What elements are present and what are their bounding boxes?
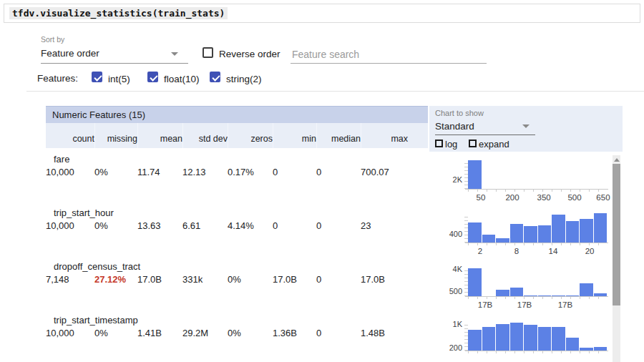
feature-search-input[interactable]: Feature search [291,45,487,64]
col-median: median [316,123,361,148]
feature-name: dropoff_census_tract [54,261,140,272]
x-axis-ticks [468,243,608,245]
cell-max: 23 [361,220,408,231]
histogram-bar [510,288,524,296]
feature-name: trip_start_hour [54,207,114,218]
filter-string-label[interactable]: string(2) [226,74,262,84]
filter-float-label[interactable]: float(10) [164,74,200,84]
sort-by-dropdown[interactable]: Feature order [41,45,188,64]
log-checkbox[interactable] [435,140,443,147]
cell-stddev: 29.2M [182,328,228,338]
features-label: Features: [37,73,78,84]
histogram-bar [580,219,593,243]
table-row-dropoff-census-tract: dropoff_census_tract 7,148 27.12% 17.0B … [46,259,428,313]
cell-min: 0 [273,167,316,177]
cell-median: 0 [316,220,361,231]
x-tick-label: 14 [539,247,567,255]
histogram-bar [524,325,537,351]
histogram-bar [496,238,509,243]
cell-mean: 17.0B [137,274,182,285]
cell-min: 17.0B [273,274,316,285]
y-tick-label: 4K [429,265,462,273]
cell-stddev: 12.13 [182,167,228,177]
col-count: count [46,123,94,148]
filter-string-checkbox[interactable] [210,72,220,82]
histogram-bar [468,330,482,351]
cell-zeros: 0% [228,274,273,285]
expand-checkbox[interactable] [469,140,477,147]
y-tick-label: 1K [429,320,462,328]
cell-median: 0 [316,274,361,285]
histogram-fare: 502003505006502K [429,157,613,212]
chevron-down-icon [522,124,530,128]
reverse-order-checkbox[interactable] [203,47,213,58]
x-axis-ticks [468,190,608,192]
x-tick-label: 8 [502,247,531,255]
feature-name: fare [54,154,69,165]
x-axis-ticks [468,297,608,299]
histogram-bar [538,295,552,296]
cell-min: 0 [273,220,316,231]
cell-zeros: 0.17% [228,167,273,177]
chart-type-dropdown[interactable]: Standard [435,118,535,135]
col-mean: mean [137,123,182,148]
histogram-bar [538,225,552,243]
filter-int-checkbox[interactable] [92,72,102,82]
chevron-down-icon [171,52,178,56]
log-label[interactable]: log [445,139,457,150]
reverse-order-label[interactable]: Reverse order [219,49,280,59]
cell-count: 7,148 [46,274,94,285]
y-tick-label: 400 [429,230,462,238]
histogram-bar [552,327,565,351]
cell-median: 0 [316,328,361,338]
histogram-bar [594,293,608,296]
col-max: max [361,123,408,148]
histogram-bar [524,226,537,243]
cell-stddev: 331k [182,274,228,285]
controls-divider [26,91,644,92]
col-zeros: zeros [228,123,273,148]
histogram-bar [496,290,509,296]
histogram-bar [468,222,482,243]
x-tick-label: 500 [560,193,589,202]
histogram-bar [510,224,524,243]
table-row-trip-start-timestamp: trip_start_timestamp 10,000 0% 1.41B 29.… [46,313,428,362]
histogram-bar [594,347,608,351]
scrollbar-thumb[interactable] [613,164,620,305]
filter-int-label[interactable]: int(5) [108,74,130,84]
cell-stddev: 6.61 [182,220,228,231]
cell-missing: 0% [94,167,137,177]
code-cell[interactable]: tfdv.visualize_statistics(train_stats) [4,4,640,23]
y-tick-label: 500 [429,287,462,295]
histogram-bar [510,323,524,351]
x-axis-ticks [468,351,608,353]
histogram-bar [552,215,565,243]
scroll-up-icon[interactable] [614,158,620,162]
cell-zeros: 0% [228,328,273,338]
cell-max: 1.48B [361,328,408,338]
filter-float-checkbox[interactable] [147,72,158,82]
x-tick-label: 20 [575,247,604,255]
cell-max: 17.0B [361,274,408,285]
code-text: tfdv.visualize_statistics(train_stats) [9,7,228,19]
cell-min: 1.36B [273,328,316,338]
histogram-bar [566,295,580,296]
expand-label[interactable]: expand [479,139,509,150]
table-row-fare: fare 10,000 0% 11.74 12.13 0.17% 0 0 700… [46,152,428,205]
x-tick-label: 2 [466,247,494,255]
cell-median: 0 [316,167,361,177]
chart-options-panel: Chart to show Standard log expand [429,106,623,152]
histogram-bar [482,235,496,243]
cell-count: 10,000 [46,220,94,231]
x-tick-label: 200 [498,193,527,202]
histogram-bar [496,324,509,351]
col-min: min [273,123,316,148]
cell-missing-alert: 27.12% [94,274,137,285]
y-tick-label: 2K [429,175,462,184]
table-row-trip-start-hour: trip_start_hour 10,000 0% 13.63 6.61 4.1… [46,205,428,259]
cell-missing: 0% [94,220,137,231]
cell-count: 10,000 [46,328,94,338]
chart-type-value: Standard [435,121,474,132]
numeric-features-title: Numeric Features (15) [52,109,145,120]
sort-by-label: Sort by [41,35,64,44]
